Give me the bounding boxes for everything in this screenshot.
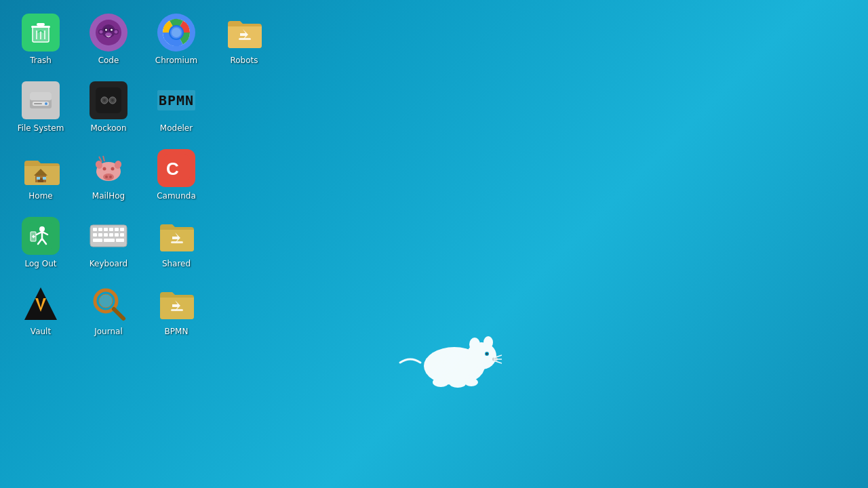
- bpmn-icon-item[interactable]: BPMN: [142, 278, 210, 346]
- mailhog-label: MailHog: [92, 191, 125, 201]
- svg-rect-69: [171, 241, 183, 243]
- chromium-label: Chromium: [155, 56, 197, 65]
- home-icon: [22, 149, 60, 187]
- code-icon: [90, 14, 127, 52]
- svg-rect-39: [43, 177, 46, 180]
- svg-point-78: [469, 338, 480, 351]
- modeler-icon-item[interactable]: BPMN.io Modeler: [142, 75, 210, 142]
- trash-label: Trash: [30, 56, 52, 65]
- svg-rect-63: [109, 233, 113, 237]
- svg-rect-24: [30, 92, 52, 100]
- home-icon-item[interactable]: Home: [7, 142, 75, 210]
- logout-icon: [22, 217, 60, 255]
- journal-icon: [90, 285, 127, 323]
- mailhog-icon-item[interactable]: MailHog: [75, 142, 142, 210]
- svg-rect-56: [104, 228, 108, 231]
- bpmn-folder-icon: [157, 285, 195, 323]
- svg-rect-2: [37, 23, 45, 26]
- svg-point-88: [465, 378, 478, 386]
- svg-rect-68: [116, 239, 124, 242]
- vault-icon-item[interactable]: Vault: [7, 278, 75, 346]
- svg-rect-54: [93, 228, 97, 231]
- svg-rect-75: [171, 309, 183, 311]
- mouse-mascot: [393, 325, 502, 393]
- bpmn-label: BPMN: [165, 327, 189, 336]
- shared-label: Shared: [162, 259, 191, 268]
- svg-rect-27: [34, 103, 42, 104]
- vault-label: Vault: [31, 327, 51, 336]
- filesystem-label: File System: [18, 123, 64, 133]
- svg-rect-55: [98, 228, 102, 231]
- svg-line-85: [494, 361, 502, 363]
- filesystem-icon: [22, 81, 60, 119]
- svg-line-74: [114, 309, 123, 319]
- svg-point-10: [105, 29, 107, 31]
- svg-point-41: [103, 174, 114, 180]
- home-label: Home: [28, 191, 52, 201]
- svg-point-15: [100, 30, 103, 34]
- svg-text:C: C: [166, 159, 179, 179]
- svg-point-12: [105, 33, 112, 37]
- camunda-icon-item[interactable]: C Camunda: [142, 142, 210, 210]
- modeler-icon: BPMN.io: [157, 81, 195, 119]
- svg-rect-28: [96, 87, 121, 113]
- svg-rect-59: [120, 228, 124, 231]
- svg-rect-1: [31, 26, 50, 28]
- svg-point-81: [486, 353, 488, 355]
- desktop: Trash: [0, 0, 868, 488]
- svg-point-32: [111, 99, 114, 102]
- svg-rect-66: [93, 239, 102, 242]
- svg-rect-57: [109, 228, 113, 231]
- code-label: Code: [98, 56, 119, 65]
- keyboard-label: Keyboard: [90, 259, 127, 268]
- journal-label: Journal: [94, 327, 123, 336]
- svg-rect-64: [115, 233, 119, 237]
- svg-point-44: [103, 167, 106, 171]
- svg-point-43: [109, 176, 112, 178]
- trash-icon-item[interactable]: Trash: [7, 7, 75, 75]
- svg-point-87: [450, 380, 466, 388]
- svg-point-11: [111, 29, 113, 31]
- logout-icon-item[interactable]: Log Out: [7, 210, 75, 278]
- svg-rect-58: [115, 228, 119, 231]
- svg-point-31: [103, 99, 106, 102]
- svg-point-21: [172, 28, 181, 37]
- svg-rect-65: [120, 233, 124, 237]
- svg-point-73: [99, 294, 113, 308]
- chromium-icon: [157, 14, 195, 52]
- vault-icon: [22, 285, 60, 323]
- camunda-icon: C: [157, 149, 195, 187]
- shared-icon-item[interactable]: Shared: [142, 210, 210, 278]
- journal-icon-item[interactable]: Journal: [75, 278, 142, 346]
- robots-icon-item[interactable]: Robots: [210, 7, 278, 75]
- svg-point-45: [111, 167, 115, 171]
- filesystem-icon-item[interactable]: File System: [7, 75, 75, 142]
- svg-point-86: [433, 378, 449, 387]
- svg-point-16: [115, 30, 118, 34]
- mockoon-label: Mockoon: [90, 123, 126, 133]
- keyboard-icon-item[interactable]: Keyboard: [75, 210, 142, 278]
- svg-rect-61: [98, 233, 102, 237]
- robots-folder-icon: [225, 14, 263, 52]
- mailhog-icon: [90, 149, 127, 187]
- code-icon-item[interactable]: Code: [75, 7, 142, 75]
- logout-label: Log Out: [24, 259, 56, 268]
- svg-rect-67: [104, 239, 115, 242]
- svg-rect-62: [104, 233, 108, 237]
- chromium-icon-item[interactable]: Chromium: [142, 7, 210, 75]
- camunda-label: Camunda: [157, 191, 196, 201]
- svg-point-42: [105, 176, 108, 178]
- shared-folder-icon: [157, 217, 195, 255]
- svg-rect-38: [37, 177, 40, 180]
- mockoon-icon-item[interactable]: Mockoon: [75, 75, 142, 142]
- icon-grid: Trash: [0, 0, 285, 352]
- svg-point-79: [484, 336, 493, 348]
- svg-rect-22: [239, 38, 251, 40]
- trash-icon: [22, 14, 60, 52]
- keyboard-icon: [90, 217, 127, 255]
- svg-text:BPMN.io: BPMN.io: [159, 92, 195, 108]
- robots-label: Robots: [230, 56, 258, 65]
- svg-marker-70: [24, 287, 57, 320]
- svg-rect-60: [93, 233, 97, 237]
- modeler-label: Modeler: [160, 123, 193, 133]
